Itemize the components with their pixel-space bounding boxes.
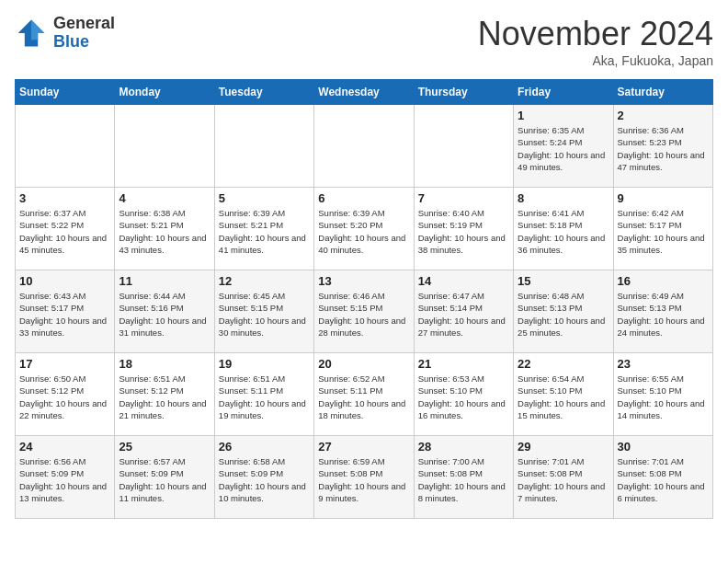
calendar-cell: 6Sunrise: 6:39 AM Sunset: 5:20 PM Daylig… — [314, 188, 414, 270]
calendar-cell: 3Sunrise: 6:37 AM Sunset: 5:22 PM Daylig… — [16, 188, 115, 270]
day-number: 16 — [618, 274, 709, 288]
calendar-cell: 16Sunrise: 6:49 AM Sunset: 5:13 PM Dayli… — [613, 270, 712, 353]
day-number: 1 — [518, 109, 609, 122]
day-info: Sunrise: 6:43 AM Sunset: 5:17 PM Dayligh… — [19, 290, 110, 339]
day-number: 15 — [518, 274, 609, 288]
day-info: Sunrise: 6:44 AM Sunset: 5:16 PM Dayligh… — [119, 290, 210, 339]
svg-marker-1 — [31, 19, 44, 40]
logo-blue: Blue — [53, 32, 89, 51]
calendar-cell — [214, 105, 313, 188]
day-number: 12 — [219, 274, 310, 288]
calendar-cell: 15Sunrise: 6:48 AM Sunset: 5:13 PM Dayli… — [514, 270, 613, 353]
day-info: Sunrise: 6:40 AM Sunset: 5:19 PM Dayligh… — [418, 207, 509, 256]
page-header: General Blue November 2024 Aka, Fukuoka,… — [15, 15, 713, 68]
day-number: 10 — [19, 274, 110, 288]
day-number: 7 — [418, 191, 509, 205]
day-info: Sunrise: 6:57 AM Sunset: 5:09 PM Dayligh… — [119, 455, 210, 504]
day-number: 6 — [318, 191, 409, 205]
day-info: Sunrise: 6:48 AM Sunset: 5:13 PM Dayligh… — [518, 290, 609, 339]
day-number: 8 — [518, 191, 609, 205]
title-block: November 2024 Aka, Fukuoka, Japan — [478, 15, 713, 68]
day-number: 22 — [518, 357, 609, 371]
day-info: Sunrise: 6:36 AM Sunset: 5:23 PM Dayligh… — [618, 124, 709, 173]
day-info: Sunrise: 6:53 AM Sunset: 5:10 PM Dayligh… — [418, 373, 509, 421]
week-row-4: 17Sunrise: 6:50 AM Sunset: 5:12 PM Dayli… — [16, 353, 713, 436]
day-info: Sunrise: 6:37 AM Sunset: 5:22 PM Dayligh… — [19, 207, 110, 256]
day-info: Sunrise: 6:51 AM Sunset: 5:11 PM Dayligh… — [219, 373, 310, 421]
day-number: 5 — [219, 191, 310, 205]
day-number: 9 — [618, 191, 709, 205]
calendar-cell — [414, 105, 513, 188]
day-number: 2 — [618, 109, 709, 122]
day-number: 27 — [318, 440, 409, 454]
day-number: 11 — [119, 274, 210, 288]
weekday-header-friday: Friday — [514, 80, 613, 105]
calendar-cell — [16, 105, 115, 188]
calendar-cell: 8Sunrise: 6:41 AM Sunset: 5:18 PM Daylig… — [514, 188, 613, 270]
day-number: 29 — [518, 440, 609, 454]
day-info: Sunrise: 6:54 AM Sunset: 5:10 PM Dayligh… — [518, 373, 609, 421]
week-row-3: 10Sunrise: 6:43 AM Sunset: 5:17 PM Dayli… — [16, 270, 713, 353]
calendar-cell: 4Sunrise: 6:38 AM Sunset: 5:21 PM Daylig… — [115, 188, 214, 270]
calendar-cell: 23Sunrise: 6:55 AM Sunset: 5:10 PM Dayli… — [613, 353, 712, 436]
day-info: Sunrise: 6:42 AM Sunset: 5:17 PM Dayligh… — [618, 207, 709, 256]
calendar-cell: 5Sunrise: 6:39 AM Sunset: 5:21 PM Daylig… — [214, 188, 313, 270]
calendar-cell: 22Sunrise: 6:54 AM Sunset: 5:10 PM Dayli… — [514, 353, 613, 436]
day-info: Sunrise: 6:45 AM Sunset: 5:15 PM Dayligh… — [219, 290, 310, 339]
calendar-cell: 29Sunrise: 7:01 AM Sunset: 5:08 PM Dayli… — [514, 436, 613, 519]
day-number: 21 — [418, 357, 509, 371]
calendar-cell: 27Sunrise: 6:59 AM Sunset: 5:08 PM Dayli… — [314, 436, 414, 519]
day-number: 28 — [418, 440, 509, 454]
calendar-cell: 13Sunrise: 6:46 AM Sunset: 5:15 PM Dayli… — [314, 270, 414, 353]
day-number: 17 — [19, 357, 110, 371]
calendar-cell: 17Sunrise: 6:50 AM Sunset: 5:12 PM Dayli… — [16, 353, 115, 436]
week-row-1: 1Sunrise: 6:35 AM Sunset: 5:24 PM Daylig… — [16, 105, 713, 188]
day-info: Sunrise: 6:55 AM Sunset: 5:10 PM Dayligh… — [618, 373, 709, 421]
day-info: Sunrise: 6:35 AM Sunset: 5:24 PM Dayligh… — [518, 124, 609, 173]
day-number: 18 — [119, 357, 210, 371]
calendar-cell: 26Sunrise: 6:58 AM Sunset: 5:09 PM Dayli… — [214, 436, 313, 519]
day-info: Sunrise: 6:46 AM Sunset: 5:15 PM Dayligh… — [318, 290, 409, 339]
day-info: Sunrise: 6:59 AM Sunset: 5:08 PM Dayligh… — [318, 455, 409, 504]
logo-text: General Blue — [53, 15, 115, 52]
calendar-cell: 1Sunrise: 6:35 AM Sunset: 5:24 PM Daylig… — [514, 105, 613, 188]
day-info: Sunrise: 7:01 AM Sunset: 5:08 PM Dayligh… — [618, 455, 709, 504]
calendar-cell: 11Sunrise: 6:44 AM Sunset: 5:16 PM Dayli… — [115, 270, 214, 353]
day-info: Sunrise: 6:41 AM Sunset: 5:18 PM Dayligh… — [518, 207, 609, 256]
day-info: Sunrise: 6:49 AM Sunset: 5:13 PM Dayligh… — [618, 290, 709, 339]
weekday-header-thursday: Thursday — [414, 80, 513, 105]
weekday-header-sunday: Sunday — [16, 80, 115, 105]
day-info: Sunrise: 6:51 AM Sunset: 5:12 PM Dayligh… — [119, 373, 210, 421]
weekday-header-saturday: Saturday — [613, 80, 712, 105]
day-info: Sunrise: 6:39 AM Sunset: 5:21 PM Dayligh… — [219, 207, 310, 256]
weekday-header-wednesday: Wednesday — [314, 80, 414, 105]
calendar-cell: 10Sunrise: 6:43 AM Sunset: 5:17 PM Dayli… — [16, 270, 115, 353]
weekday-header-tuesday: Tuesday — [214, 80, 313, 105]
logo-general: General — [53, 14, 115, 32]
day-number: 14 — [418, 274, 509, 288]
calendar-cell: 21Sunrise: 6:53 AM Sunset: 5:10 PM Dayli… — [414, 353, 513, 436]
calendar-table: SundayMondayTuesdayWednesdayThursdayFrid… — [15, 79, 713, 519]
logo-icon — [15, 17, 48, 50]
calendar-cell: 2Sunrise: 6:36 AM Sunset: 5:23 PM Daylig… — [613, 105, 712, 188]
day-number: 26 — [219, 440, 310, 454]
day-number: 25 — [119, 440, 210, 454]
logo: General Blue — [15, 15, 115, 52]
calendar-cell: 30Sunrise: 7:01 AM Sunset: 5:08 PM Dayli… — [613, 436, 712, 519]
calendar-cell — [314, 105, 414, 188]
location: Aka, Fukuoka, Japan — [478, 53, 713, 68]
day-number: 13 — [318, 274, 409, 288]
day-info: Sunrise: 6:58 AM Sunset: 5:09 PM Dayligh… — [219, 455, 310, 504]
weekday-header-monday: Monday — [115, 80, 214, 105]
day-number: 24 — [19, 440, 110, 454]
week-row-5: 24Sunrise: 6:56 AM Sunset: 5:09 PM Dayli… — [16, 436, 713, 519]
calendar-cell: 20Sunrise: 6:52 AM Sunset: 5:11 PM Dayli… — [314, 353, 414, 436]
day-number: 23 — [618, 357, 709, 371]
day-info: Sunrise: 7:01 AM Sunset: 5:08 PM Dayligh… — [518, 455, 609, 504]
week-row-2: 3Sunrise: 6:37 AM Sunset: 5:22 PM Daylig… — [16, 188, 713, 270]
calendar-cell: 14Sunrise: 6:47 AM Sunset: 5:14 PM Dayli… — [414, 270, 513, 353]
day-number: 20 — [318, 357, 409, 371]
calendar-cell: 7Sunrise: 6:40 AM Sunset: 5:19 PM Daylig… — [414, 188, 513, 270]
calendar-cell: 28Sunrise: 7:00 AM Sunset: 5:08 PM Dayli… — [414, 436, 513, 519]
calendar-cell: 9Sunrise: 6:42 AM Sunset: 5:17 PM Daylig… — [613, 188, 712, 270]
